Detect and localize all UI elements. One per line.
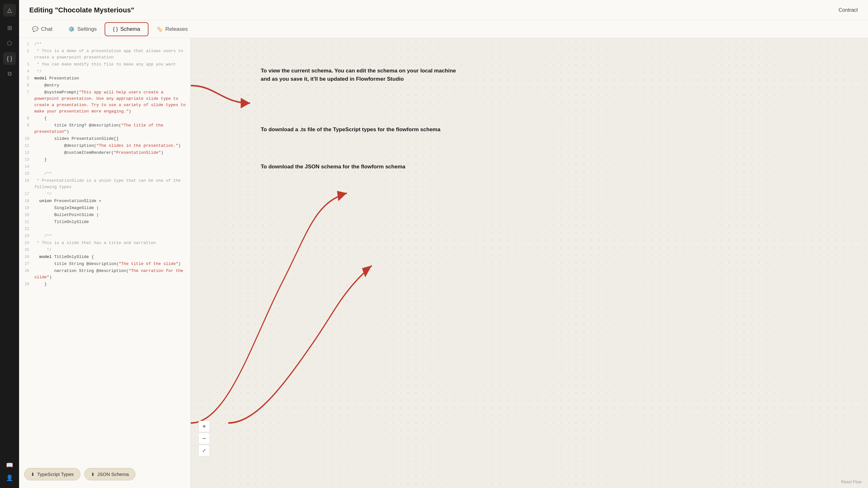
code-line: 22 <box>19 226 190 233</box>
code-line: 18 union PresentationSlide = <box>19 198 190 205</box>
typescript-types-label: TypeScript Types <box>37 471 74 477</box>
tab-releases-label: Releases <box>165 26 188 32</box>
json-schema-label: JSON Schema <box>97 471 129 477</box>
download-icon-2: ⬇ <box>91 472 95 477</box>
schema-icon: { } <box>113 26 118 32</box>
zoom-out-button[interactable]: − <box>198 433 210 444</box>
code-line: 19 SingleImageSlide | <box>19 205 190 212</box>
sidebar-item-book[interactable]: 📖 <box>3 459 16 471</box>
zoom-in-button[interactable]: + <box>198 421 210 432</box>
code-line: 6 @entry <box>19 82 190 89</box>
annotation-typescript: To download a .ts file of the TypeScript… <box>261 126 440 134</box>
code-line: 27 title String @description("The title … <box>19 261 190 267</box>
code-line: 3 * You can make modify this file to mak… <box>19 61 190 68</box>
code-line: 2 * This is a demo of a presentation app… <box>19 48 190 61</box>
download-icon: ⬇ <box>31 472 35 477</box>
tab-chat[interactable]: 💬 Chat <box>24 23 60 36</box>
tab-settings-label: Settings <box>77 26 97 32</box>
settings-icon: ⚙️ <box>68 26 75 32</box>
typescript-types-button[interactable]: ⬇ TypeScript Types <box>24 468 81 480</box>
sidebar-item-schema[interactable]: { } <box>3 52 16 65</box>
code-line: 13 } <box>19 156 190 163</box>
chat-icon: 💬 <box>32 26 38 32</box>
header: Editing "Chocolate Mysterious" Contract <box>19 0 868 20</box>
page-title: Editing "Chocolate Mysterious" <box>29 6 134 14</box>
sidebar-item-grid[interactable]: ⊞ <box>3 22 16 34</box>
code-line: 7 @systemPrompt("This app will help user… <box>19 89 190 115</box>
tab-bar: 💬 Chat ⚙️ Settings { } Schema 🏷️ Release… <box>19 20 868 38</box>
code-line: 8 { <box>19 115 190 122</box>
annotation-area: To view the current schema. You can edit… <box>191 38 868 488</box>
code-line: 28 narration String @description("The na… <box>19 267 190 281</box>
tab-settings[interactable]: ⚙️ Settings <box>60 23 104 36</box>
content-area: 1 /** 2 * This is a demo of a presentati… <box>19 38 868 488</box>
code-line: 11 @description("The slides in the prese… <box>19 142 190 149</box>
tab-schema[interactable]: { } Schema <box>104 22 149 36</box>
tab-schema-label: Schema <box>121 26 140 32</box>
code-editor[interactable]: 1 /** 2 * This is a demo of a presentati… <box>19 38 191 488</box>
code-line: 5 model Presentation <box>19 75 190 82</box>
code-line: 9 title String? @description("The title … <box>19 122 190 135</box>
annotation-json: To download the JSON schema for the flow… <box>261 163 405 171</box>
code-line: 12 @customItemRenderer("PresentationSlid… <box>19 149 190 156</box>
app-logo[interactable]: △ <box>3 4 16 17</box>
zoom-controls: + − ⤢ <box>198 421 210 456</box>
code-line: 1 /** <box>19 41 190 48</box>
code-line: 26 model TitleOnlySlide { <box>19 254 190 261</box>
code-line: 21 TitleOnlySlide <box>19 219 190 226</box>
annotation-schema: To view the current schema. You can edit… <box>261 67 464 83</box>
sidebar: △ ⊞ ⬡ { } ⧉ 📖 👤 <box>0 0 19 488</box>
code-line: 25 */ <box>19 247 190 254</box>
bottom-action-buttons: ⬇ TypeScript Types ⬇ JSON Schema <box>24 468 135 480</box>
code-line: 24 * This is a slide that has a title an… <box>19 239 190 247</box>
code-lines: 1 /** 2 * This is a demo of a presentati… <box>19 38 190 290</box>
sidebar-item-layers[interactable]: ⧉ <box>3 67 16 80</box>
releases-icon: 🏷️ <box>156 26 163 32</box>
code-line: 15 /** <box>19 170 190 177</box>
sidebar-item-user[interactable]: 👤 <box>3 471 16 484</box>
code-line: 23 /** <box>19 233 190 239</box>
code-line: 20 BulletPointSlide | <box>19 212 190 219</box>
tab-chat-label: Chat <box>41 26 53 32</box>
code-line: 14 <box>19 163 190 170</box>
sidebar-item-box[interactable]: ⬡ <box>3 37 16 50</box>
arrows-overlay <box>191 38 868 488</box>
contract-button[interactable]: Contract <box>839 7 858 13</box>
footer-label: React Flow <box>841 480 862 484</box>
code-line: 16 * PresentationSlide is a union type t… <box>19 177 190 191</box>
json-schema-button[interactable]: ⬇ JSON Schema <box>84 468 135 480</box>
code-line: 29 } <box>19 281 190 288</box>
tab-releases[interactable]: 🏷️ Releases <box>149 23 196 36</box>
zoom-fit-button[interactable]: ⤢ <box>198 445 210 456</box>
code-line: 4 */ <box>19 68 190 75</box>
code-line: 10 slides PresentationSlide[] <box>19 135 190 142</box>
resize-handle[interactable]: ⋮ <box>188 261 190 265</box>
main-panel: Editing "Chocolate Mysterious" Contract … <box>19 0 868 488</box>
code-line: 17 */ <box>19 191 190 198</box>
